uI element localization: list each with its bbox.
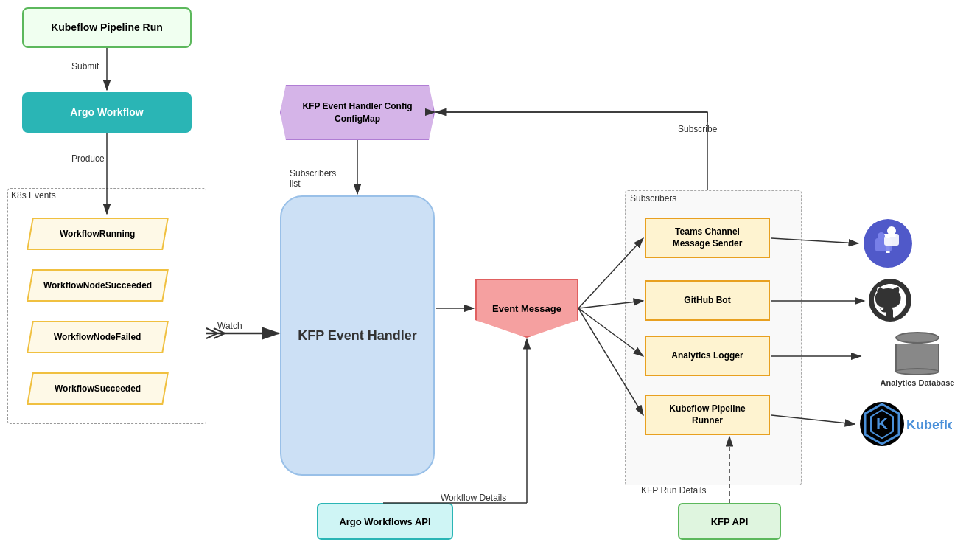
svg-text:Kubeflow: Kubeflow [906, 417, 952, 432]
kfp-config-label: KFP Event Handler ConfigConfigMap [302, 100, 412, 125]
analytics-database-icon: Analytics Database [862, 332, 973, 380]
argo-workflow-label: Argo Workflow [70, 105, 143, 120]
subscribers-list-label: Subscriberslist [290, 168, 336, 189]
kfp-event-handler-box: KFP Event Handler [280, 195, 435, 476]
k8s-events-label: K8s Events [11, 190, 56, 201]
svg-point-4 [887, 226, 896, 235]
event-label-1: WorkflowRunning [60, 229, 135, 239]
event-box-workflow-node-failed: WorkflowNodeFailed [27, 321, 169, 353]
kfp-event-handler-config-box: KFP Event Handler ConfigConfigMap [280, 85, 435, 140]
produce-label: Produce [71, 153, 105, 164]
svg-text:K: K [876, 414, 888, 433]
event-label-3: WorkflowNodeFailed [54, 332, 141, 342]
subscribe-label: Subscribe [678, 124, 717, 134]
event-box-workflow-succeeded: WorkflowSucceeded [27, 372, 169, 405]
event-message-box: Event Message [475, 279, 578, 338]
submit-label: Submit [71, 61, 99, 72]
subscriber-label-2: GitHub Bot [684, 295, 730, 307]
kubeflow-pipeline-run-box: Kubeflow Pipeline Run [22, 7, 192, 48]
event-label-2: WorkflowNodeSucceeded [43, 280, 152, 291]
event-box-workflow-running: WorkflowRunning [27, 218, 169, 250]
architecture-diagram: Kubeflow Pipeline Run Argo Workflow K8s … [0, 0, 980, 559]
event-message-label: Event Message [492, 303, 561, 314]
subscriber-kubeflow-pipeline-runner: Kubeflow PipelineRunner [645, 395, 770, 435]
argo-workflow-box: Argo Workflow [22, 92, 192, 133]
subscriber-github-bot: GitHub Bot [645, 280, 770, 321]
svg-point-5 [878, 232, 885, 240]
subscriber-teams-channel: Teams ChannelMessage Sender [645, 218, 770, 258]
event-box-workflow-node-succeeded: WorkflowNodeSucceeded [27, 269, 169, 302]
watch-label: Watch [217, 321, 242, 331]
subscriber-label-4: Kubeflow PipelineRunner [669, 403, 745, 426]
event-label-4: WorkflowSucceeded [55, 383, 141, 394]
analytics-db-label: Analytics Database [881, 378, 955, 387]
subscribers-label: Subscribers [630, 193, 676, 204]
workflow-details-label: Workflow Details [441, 493, 506, 503]
kfp-api-box: KFP API [678, 503, 781, 540]
argo-api-label: Argo Workflows API [339, 516, 430, 527]
argo-workflows-api-box: Argo Workflows API [317, 503, 453, 540]
subscriber-label-3: Analytics Logger [671, 350, 743, 362]
kfp-event-handler-label: KFP Event Handler [298, 328, 417, 344]
teams-icon: T [862, 218, 921, 277]
kfp-api-label: KFP API [711, 516, 749, 527]
subscriber-analytics-logger: Analytics Logger [645, 336, 770, 376]
subscriber-label-1: Teams ChannelMessage Sender [673, 226, 743, 249]
svg-rect-3 [884, 234, 899, 246]
kfp-run-details-label: KFP Run Details [641, 485, 706, 496]
kubeflow-icon: K Kubeflow [856, 398, 959, 457]
github-icon [868, 278, 916, 326]
kubeflow-pipeline-label: Kubeflow Pipeline Run [51, 21, 163, 35]
